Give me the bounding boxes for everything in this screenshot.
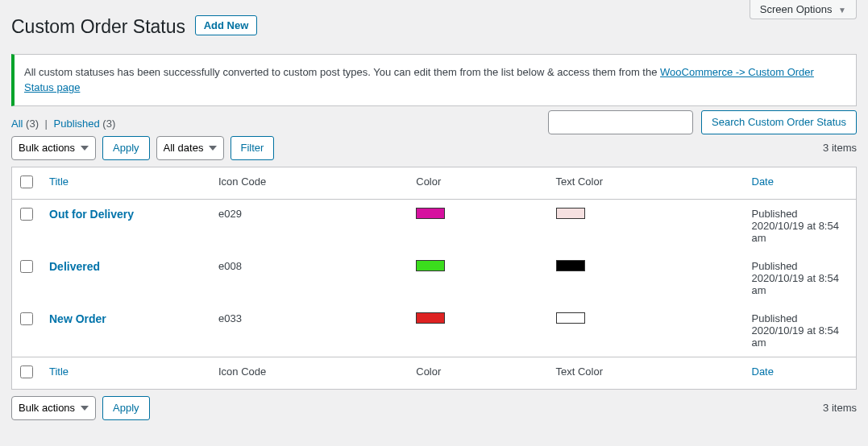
select-all-checkbox-bottom[interactable] (20, 365, 33, 378)
items-count-top: 3 items (823, 142, 857, 154)
screen-options-label: Screen Options (760, 3, 833, 15)
row-textcolor-swatch (556, 260, 585, 271)
screen-options-button[interactable]: Screen Options ▼ (750, 0, 857, 19)
row-color-swatch (416, 260, 445, 271)
filter-published-count: (3) (102, 118, 115, 130)
row-checkbox[interactable] (20, 208, 33, 221)
success-notice: All custom statuses has been successfull… (11, 54, 857, 106)
row-date: Published 2020/10/19 at 8:54 am (744, 252, 857, 304)
column-textcolor-header: Text Color (548, 167, 744, 199)
table-row: New Order e033 Published 2020/10/19 at 8… (12, 304, 857, 357)
column-textcolor-footer: Text Color (548, 357, 744, 389)
row-iconcode: e029 (210, 199, 408, 252)
page-title: Custom Order Status (11, 8, 185, 43)
column-date-footer[interactable]: Date (744, 357, 857, 389)
row-checkbox[interactable] (20, 260, 33, 273)
filter-all-link[interactable]: All (11, 118, 23, 130)
column-date-header[interactable]: Date (744, 167, 857, 199)
bulk-actions-select[interactable]: Bulk actions (11, 136, 96, 160)
separator: | (45, 118, 48, 130)
column-title-footer[interactable]: Title (41, 357, 210, 389)
chevron-down-icon: ▼ (838, 6, 846, 14)
column-iconcode-header: Icon Code (210, 167, 408, 199)
row-date: Published 2020/10/19 at 8:54 am (744, 304, 857, 357)
row-title-link[interactable]: New Order (49, 312, 106, 325)
search-input[interactable] (548, 110, 693, 134)
row-iconcode: e008 (210, 252, 408, 304)
add-new-button[interactable]: Add New (195, 15, 258, 35)
row-color-swatch (416, 312, 445, 324)
column-iconcode-footer: Icon Code (210, 357, 408, 389)
bulk-actions-select-bottom[interactable]: Bulk actions (11, 396, 96, 420)
items-count-bottom: 3 items (823, 402, 857, 414)
filter-all-count: (3) (26, 118, 39, 130)
notice-text: All custom statuses has been successfull… (24, 66, 660, 78)
column-color-footer: Color (408, 357, 547, 389)
apply-bulk-button[interactable]: Apply (102, 136, 150, 160)
row-textcolor-swatch (556, 208, 585, 219)
apply-bulk-button-bottom[interactable]: Apply (102, 396, 150, 420)
table-row: Out for Delivery e029 Published 2020/10/… (12, 199, 857, 252)
select-all-checkbox-top[interactable] (20, 176, 33, 188)
row-title-link[interactable]: Delivered (49, 260, 100, 273)
date-filter-select[interactable]: All dates (156, 136, 224, 160)
row-date: Published 2020/10/19 at 8:54 am (744, 199, 857, 252)
row-title-link[interactable]: Out for Delivery (49, 208, 134, 221)
filter-published-link[interactable]: Published (54, 118, 100, 130)
table-row: Delivered e008 Published 2020/10/19 at 8… (12, 252, 857, 304)
row-textcolor-swatch (556, 312, 585, 324)
row-checkbox[interactable] (20, 312, 33, 325)
column-title-header[interactable]: Title (41, 167, 210, 199)
column-color-header: Color (408, 167, 547, 199)
row-color-swatch (416, 208, 445, 219)
search-button[interactable]: Search Custom Order Status (701, 110, 857, 134)
custom-order-status-table: Title Icon Code Color Text Color Date Ou… (11, 167, 857, 390)
row-iconcode: e033 (210, 304, 408, 357)
filter-button[interactable]: Filter (230, 136, 275, 160)
